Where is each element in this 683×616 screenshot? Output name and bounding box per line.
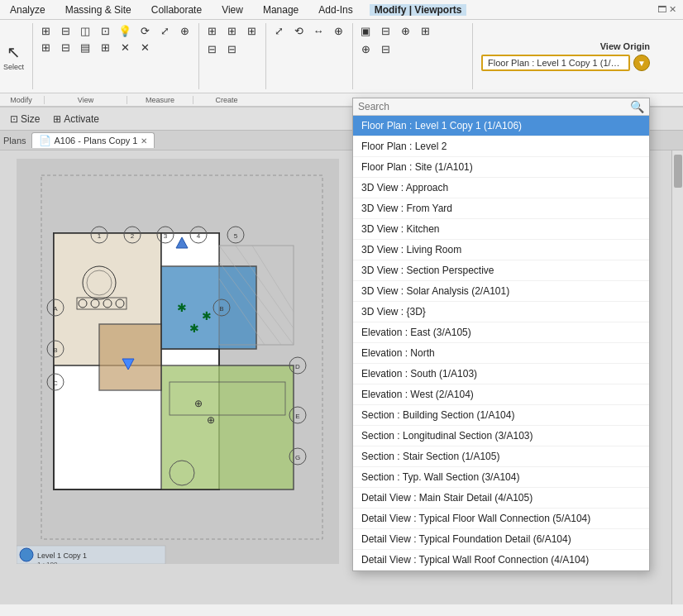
modify-group: ↖ Select	[0, 23, 33, 89]
modify-btn10[interactable]: ⊟	[56, 40, 74, 55]
svg-point-55	[20, 548, 33, 561]
measure-btn4[interactable]: ⊕	[329, 23, 347, 38]
svg-text:1: 1	[98, 232, 102, 240]
svg-text:2: 2	[131, 232, 135, 240]
activate-label: Activate	[64, 113, 99, 125]
dropdown-item[interactable]: Floor Plan : Level 1 Copy 1 (1/A106)	[353, 116, 649, 136]
svg-text:B: B	[219, 305, 223, 313]
dropdown-item[interactable]: Section : Typ. Wall Section (3/A104)	[353, 467, 649, 488]
dropdown-item[interactable]: Floor Plan : Level 2	[353, 136, 649, 157]
dropdown-item[interactable]: Section : Building Section (1/A104)	[353, 405, 649, 426]
tab-icon: 📄	[39, 135, 51, 146]
modify-btn9[interactable]: ⊞	[36, 40, 55, 55]
dropdown-item[interactable]: 3D View : Living Room	[353, 240, 649, 260]
dropdown-item[interactable]: Floor Plan : Site (1/A101)	[353, 157, 649, 178]
size-label: Size	[21, 113, 40, 125]
dropdown-item[interactable]: 3D View : Approach	[353, 178, 649, 198]
menu-modify-viewports[interactable]: Modify | Viewports	[370, 4, 467, 16]
svg-rect-6	[161, 365, 294, 489]
view-label: View	[45, 96, 127, 104]
dropdown-item[interactable]: Elevation : South (1/A103)	[353, 364, 649, 384]
svg-text:B: B	[53, 346, 57, 354]
modify-btn3[interactable]: ◫	[76, 23, 94, 38]
create-btn3[interactable]: ⊕	[396, 23, 414, 38]
dropdown-arrow-btn[interactable]: ▼	[633, 55, 650, 71]
view-btn2[interactable]: ⊞	[222, 23, 241, 38]
dropdown-search-bar: 🔍	[353, 98, 649, 116]
view-dropdown-overlay: 🔍 Floor Plan : Level 1 Copy 1 (1/A106)Fl…	[352, 98, 650, 571]
menu-manage[interactable]: Manage	[260, 4, 302, 16]
select-tool[interactable]: ↖ Select	[0, 41, 27, 72]
modify-btn12[interactable]: ⊞	[96, 40, 114, 55]
dropdown-item[interactable]: Elevation : East (3/A105)	[353, 322, 649, 343]
measure-label: Measure	[127, 96, 193, 104]
size-btn[interactable]: ⊡ Size	[7, 110, 43, 128]
view-btn5[interactable]: ⊟	[222, 41, 241, 56]
dropdown-item[interactable]: Elevation : North	[353, 343, 649, 364]
modify-btn8[interactable]: ⊕	[175, 23, 193, 38]
tools-group: ⊞ ⊟ ◫ ⊡ 💡 ⟳ ⤢ ⊕ ⊞ ⊟ ▤ ⊞ ✕ ✕	[36, 23, 199, 89]
window-controls: 🗖 ✕	[657, 4, 676, 15]
create-btn1[interactable]: ▣	[356, 23, 375, 38]
modify-btn1[interactable]: ⊞	[36, 23, 55, 38]
activate-btn[interactable]: ⊞ Activate	[50, 110, 103, 128]
menu-view[interactable]: View	[218, 4, 246, 16]
dropdown-item[interactable]: 3D View : From Yard	[353, 198, 649, 219]
create-btn4[interactable]: ⊞	[416, 23, 434, 38]
dropdown-item[interactable]: Elevation : West (2/A104)	[353, 384, 649, 405]
create-btn6[interactable]: ⊟	[376, 41, 394, 56]
modify-btn13[interactable]: ✕	[116, 40, 134, 55]
dropdown-item[interactable]: Detail View : Typical Wall Roof Connecti…	[353, 550, 649, 571]
measure-btn1[interactable]: ⤢	[270, 23, 288, 38]
modify-btn14[interactable]: ✕	[136, 40, 154, 55]
measure-group: ⤢ ⟲ ↔ ⊕	[270, 23, 353, 89]
svg-text:G: G	[295, 454, 300, 461]
tab-close-btn[interactable]: ✕	[141, 136, 147, 146]
dropdown-item[interactable]: Section : Stair Section (1/A105)	[353, 446, 649, 467]
modify-btn7[interactable]: ⤢	[155, 23, 174, 38]
dropdown-item[interactable]: Detail View : Typical Foundation Detail …	[353, 529, 649, 550]
dropdown-list: Floor Plan : Level 1 Copy 1 (1/A106)Floo…	[353, 116, 649, 571]
modify-btn2[interactable]: ⊟	[56, 23, 74, 38]
svg-text:✱: ✱	[202, 309, 212, 322]
svg-text:3: 3	[164, 232, 168, 240]
svg-rect-7	[99, 324, 161, 390]
active-tab[interactable]: 📄 A106 - Plans Copy 1 ✕	[31, 132, 155, 148]
svg-text:1 : 100: 1 : 100	[37, 561, 58, 564]
svg-text:C: C	[53, 380, 58, 387]
dropdown-item[interactable]: Detail View : Main Stair Detail (4/A105)	[353, 488, 649, 509]
measure-btn2[interactable]: ⟲	[289, 23, 308, 38]
menu-massing[interactable]: Massing & Site	[62, 4, 135, 16]
measure-btn3[interactable]: ↔	[309, 23, 327, 38]
create-label: Create	[193, 96, 260, 104]
modify-btn11[interactable]: ▤	[76, 40, 94, 55]
search-input[interactable]	[358, 101, 630, 112]
view-btn1[interactable]: ⊞	[203, 23, 221, 38]
size-icon: ⊡	[10, 113, 18, 125]
modify-btn6[interactable]: ⟳	[136, 23, 154, 38]
create-group: ▣ ⊟ ⊕ ⊞ ⊕ ⊟	[356, 23, 439, 89]
menu-addins[interactable]: Add-Ins	[315, 4, 356, 16]
modify-btn4[interactable]: ⊡	[96, 23, 114, 38]
scroll-thumb[interactable]	[674, 155, 682, 188]
svg-text:⊕: ⊕	[194, 398, 203, 409]
dropdown-item[interactable]: Section : Longitudinal Section (3/A103)	[353, 426, 649, 446]
menu-collaborate[interactable]: Collaborate	[148, 4, 205, 16]
tab-label: A106 - Plans Copy 1	[55, 136, 138, 146]
modify-btn5[interactable]: 💡	[116, 23, 134, 38]
dropdown-item[interactable]: 3D View : {3D}	[353, 302, 649, 322]
create-btn5[interactable]: ⊕	[356, 41, 375, 56]
svg-text:A: A	[53, 305, 58, 313]
view-origin-dropdown[interactable]: Floor Plan : Level 1 Copy 1 (1/A106)	[481, 55, 630, 71]
dropdown-item[interactable]: 3D View : Section Perspective	[353, 260, 649, 281]
svg-text:Level 1 Copy 1: Level 1 Copy 1	[37, 552, 87, 560]
view-btn4[interactable]: ⊟	[203, 41, 221, 56]
size-activate: ⊡ Size ⊞ Activate	[7, 110, 103, 128]
dropdown-item[interactable]: Detail View : Typical Floor Wall Connect…	[353, 509, 649, 529]
view-btn3[interactable]: ⊞	[242, 23, 260, 38]
dropdown-item[interactable]: 3D View : Kitchen	[353, 219, 649, 240]
svg-text:✱: ✱	[177, 301, 187, 314]
create-btn2[interactable]: ⊟	[376, 23, 394, 38]
menu-analyze[interactable]: Analyze	[7, 4, 49, 16]
dropdown-item[interactable]: 3D View : Solar Analysis (2/A101)	[353, 281, 649, 302]
